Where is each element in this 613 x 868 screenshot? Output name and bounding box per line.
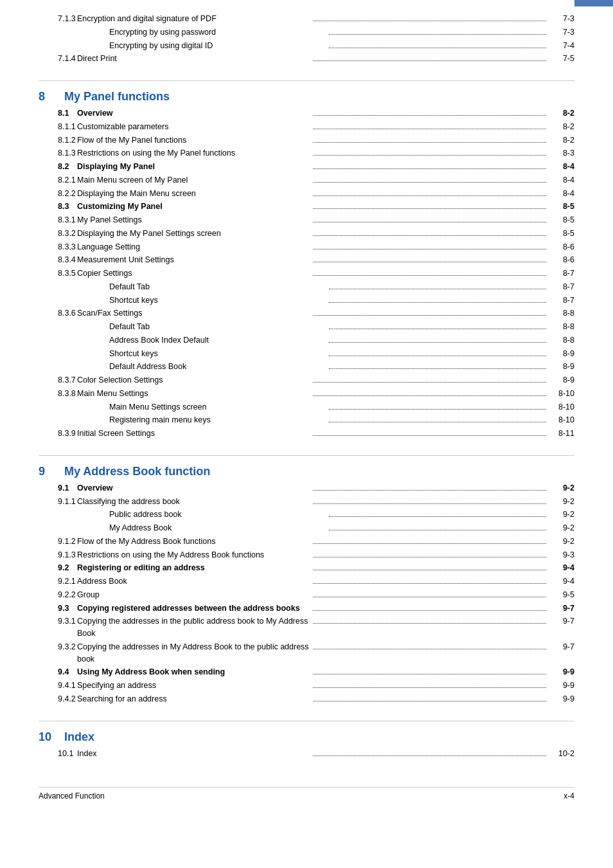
entry-page-835: 8-7 (549, 267, 574, 280)
entry-page-831: 8-5 (549, 214, 574, 226)
toc-entry-93: 9.3 Copying registered addresses between… (39, 602, 574, 615)
entry-title-92: Registering or editing an address (77, 562, 310, 574)
entry-number-821: 8.2.1 (39, 174, 77, 186)
entry-number-92: 9.2 (39, 562, 77, 574)
toc-entry-911: 9.1.1 Classifying the address book 9-2 (39, 496, 574, 508)
sub-title-713-1: Encrypting by using password (109, 26, 326, 39)
section-8-number: 8 (39, 90, 64, 104)
toc-entry-931: 9.3.1 Copying the addresses in the publi… (39, 615, 574, 640)
entry-page-942: 9-9 (549, 693, 574, 705)
entry-number-812: 8.1.2 (39, 134, 77, 147)
entry-number-837: 8.3.7 (39, 374, 77, 386)
entry-page-93: 9-7 (549, 602, 574, 615)
entry-page-82: 8-4 (549, 161, 574, 173)
dots-836-2 (329, 356, 546, 356)
toc-entry-81: 8.1 Overview 8-2 (39, 107, 574, 120)
entry-title-82: Displaying My Panel (77, 161, 310, 173)
toc-sub-entry-836-0: Default Tab 8-8 (39, 321, 574, 333)
toc-entry-922: 9.2.2 Group 9-5 (39, 589, 574, 601)
footer-left: Advanced Function (39, 791, 105, 800)
dots-713-0 (313, 21, 546, 21)
toc-entry-713: 7.1.3 Encryption and digital signature o… (39, 13, 574, 25)
section-10-title: Index (64, 730, 94, 744)
entry-page-836-3: 8-9 (549, 361, 574, 373)
entry-number-838: 8.3.8 (39, 388, 77, 400)
dots-834 (313, 262, 546, 262)
toc-sub-entry-836-2: Shortcut keys 8-9 (39, 348, 574, 360)
entry-title-912: Flow of the My Address Book functions (77, 536, 310, 548)
toc-entry-838: 8.3.8 Main Menu Settings 8-10 (39, 388, 574, 400)
entry-page-713-0: 7-3 (549, 13, 574, 25)
entry-page-836: 8-8 (549, 307, 574, 320)
toc-entry-821: 8.2.1 Main Menu screen of My Panel 8-4 (39, 174, 574, 186)
dots-836-3 (329, 368, 546, 369)
toc-sub-entry-911-1: My Address Book 9-2 (39, 522, 574, 534)
entry-page-836-1: 8-8 (549, 334, 574, 347)
entry-title-83: Customizing My Panel (77, 201, 310, 213)
toc-entry-91: 9.1 Overview 9-2 (39, 482, 574, 494)
entry-title-922: Group (77, 589, 310, 601)
entry-page-839: 8-11 (549, 428, 574, 440)
toc-sub-entry-911-0: Public address book 9-2 (39, 509, 574, 521)
dots-713-2 (329, 48, 546, 48)
entry-page-837: 8-9 (549, 374, 574, 386)
toc-entry-837: 8.3.7 Color Selection Settings 8-9 (39, 374, 574, 386)
sub-title-713-2: Encrypting by using digital ID (109, 40, 326, 52)
entry-title-101: Index (77, 748, 310, 760)
entry-title-839: Initial Screen Settings (77, 428, 310, 440)
dots-835-0 (329, 289, 546, 289)
dots-83 (313, 208, 546, 209)
entry-page-81: 8-2 (549, 107, 574, 120)
toc-entry-831: 8.3.1 My Panel Settings 8-5 (39, 214, 574, 226)
dots-833 (313, 249, 546, 249)
entry-title-834: Measurement Unit Settings (77, 254, 310, 266)
section-divider-8 (39, 80, 574, 81)
entry-number-91: 9.1 (39, 482, 77, 494)
dots-94 (313, 674, 546, 674)
entry-page-921: 9-4 (549, 575, 574, 588)
toc-entry-836: 8.3.6 Scan/Fax Settings 8-8 (39, 307, 574, 320)
toc-entry-822: 8.2.2 Displaying the Main Menu screen 8-… (39, 188, 574, 200)
toc-entry-811: 8.1.1 Customizable parameters 8-2 (39, 121, 574, 133)
dots-813 (313, 155, 546, 156)
entry-number-94: 9.4 (39, 666, 77, 678)
section-8: 8 My Panel functions 8.1 Overview 8-2 8.… (39, 90, 574, 440)
entry-number-81: 8.1 (39, 107, 77, 120)
entry-number-922: 9.2.2 (39, 589, 77, 601)
entry-number-101: 10.1 (39, 748, 77, 760)
toc-entry-812: 8.1.2 Flow of the My Panel functions 8-2 (39, 134, 574, 147)
entry-page-83: 8-5 (549, 201, 574, 213)
entry-page-813: 8-3 (549, 147, 574, 159)
sub-title-838-1: Registering main menu keys (109, 414, 326, 426)
entry-title-931: Copying the addresses in the public addr… (77, 615, 310, 640)
toc-sub-entry-713-1: Encrypting by using password 7-3 (39, 26, 574, 39)
toc-entry-83: 8.3 Customizing My Panel 8-5 (39, 201, 574, 213)
dots-93 (313, 610, 546, 611)
section-9-number: 9 (39, 465, 64, 478)
toc-entry-832: 8.3.2 Displaying the My Panel Settings s… (39, 228, 574, 240)
entry-number-942: 9.4.2 (39, 693, 77, 705)
sub-title-836-2: Shortcut keys (109, 348, 326, 360)
toc-sub-entry-838-1: Registering main menu keys 8-10 (39, 414, 574, 426)
entry-page-821: 8-4 (549, 174, 574, 186)
entry-number-833: 8.3.3 (39, 241, 77, 253)
entry-title-831: My Panel Settings (77, 214, 310, 226)
dots-836 (313, 315, 546, 316)
entry-number-831: 8.3.1 (39, 214, 77, 226)
sub-title-835-0: Default Tab (109, 281, 326, 293)
entry-page-833: 8-6 (549, 241, 574, 253)
dots-941 (313, 687, 546, 688)
toc-entry-941: 9.4.1 Specifying an address 9-9 (39, 680, 574, 692)
entry-number-822: 8.2.2 (39, 188, 77, 200)
dots-931 (313, 623, 546, 624)
entry-page-92: 9-4 (549, 562, 574, 574)
toc-entry-932: 9.3.2 Copying the addresses in My Addres… (39, 641, 574, 665)
entry-number-93: 9.3 (39, 602, 77, 615)
entry-title-91: Overview (77, 482, 310, 494)
dots-821 (313, 182, 546, 183)
dots-831 (313, 222, 546, 222)
entry-title-838: Main Menu Settings (77, 388, 310, 400)
toc-sub-entry-713-2: Encrypting by using digital ID 7-4 (39, 40, 574, 52)
entry-title-94: Using My Address Book when sending (77, 666, 310, 678)
toc-entry-101: 10.1 Index 10-2 (39, 748, 574, 760)
